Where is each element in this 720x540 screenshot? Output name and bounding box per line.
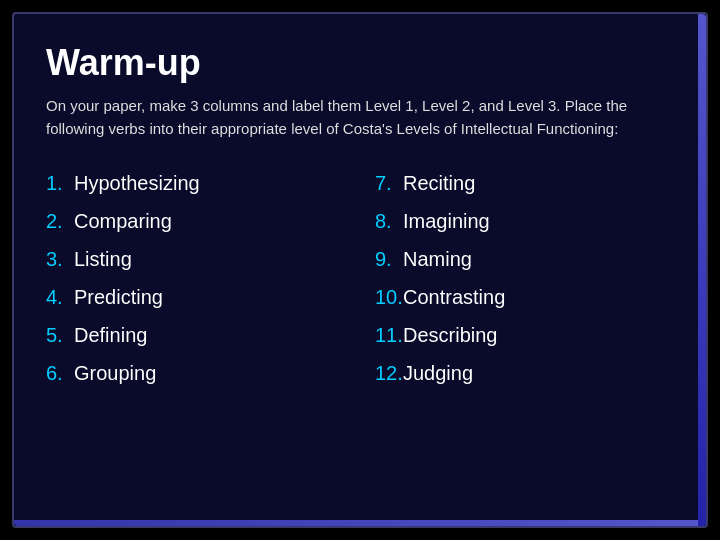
list-text: Defining [74,321,147,349]
list-text: Listing [74,245,132,273]
list-item: 6.Grouping [46,359,345,387]
slide: Warm-up On your paper, make 3 columns an… [12,12,708,528]
list-text: Imagining [403,207,490,235]
right-column: 7.Reciting8.Imagining9.Naming10.Contrast… [365,169,674,397]
list-item: 12.Judging [375,359,674,387]
list-item: 3.Listing [46,245,345,273]
list-text: Judging [403,359,473,387]
list-text: Predicting [74,283,163,311]
list-number: 10. [375,283,403,311]
list-number: 6. [46,359,74,387]
list-number: 5. [46,321,74,349]
list-text: Hypothesizing [74,169,200,197]
list-item: 4.Predicting [46,283,345,311]
slide-subtitle: On your paper, make 3 columns and label … [46,94,674,141]
list-item: 8.Imagining [375,207,674,235]
list-number: 12. [375,359,403,387]
list-item: 10.Contrasting [375,283,674,311]
list-number: 11. [375,321,403,349]
slide-title: Warm-up [46,42,674,84]
list-text: Grouping [74,359,156,387]
list-number: 4. [46,283,74,311]
list-item: 2.Comparing [46,207,345,235]
list-item: 1.Hypothesizing [46,169,345,197]
list-number: 7. [375,169,403,197]
list-text: Contrasting [403,283,505,311]
list-text: Naming [403,245,472,273]
list-item: 9.Naming [375,245,674,273]
list-item: 5.Defining [46,321,345,349]
list-text: Describing [403,321,497,349]
list-number: 9. [375,245,403,273]
list-number: 1. [46,169,74,197]
list-item: 11.Describing [375,321,674,349]
left-column: 1.Hypothesizing2.Comparing3.Listing4.Pre… [46,169,365,397]
content-area: 1.Hypothesizing2.Comparing3.Listing4.Pre… [46,169,674,397]
list-text: Reciting [403,169,475,197]
list-number: 8. [375,207,403,235]
list-text: Comparing [74,207,172,235]
list-number: 3. [46,245,74,273]
list-number: 2. [46,207,74,235]
list-item: 7.Reciting [375,169,674,197]
